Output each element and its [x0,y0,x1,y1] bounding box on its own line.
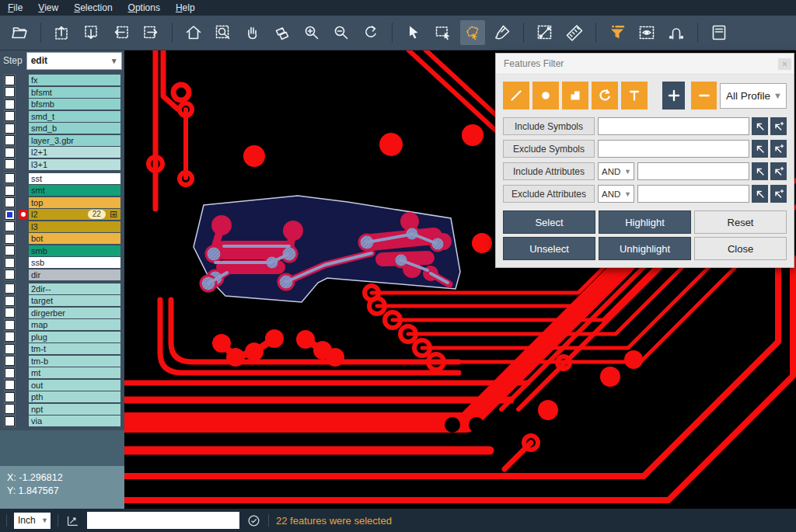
layer-row-out[interactable]: out [2,380,124,391]
layer-name-bar[interactable]: smt [29,185,120,196]
layer-name-bar[interactable]: out [29,380,120,391]
layer-name-bar[interactable]: smd_t [29,111,120,122]
layer-row-sst[interactable]: sst [2,173,124,184]
unhighlight-button[interactable]: Unhighlight [599,237,691,260]
layer-visibility-checkbox[interactable] [5,221,15,231]
layer-name-bar[interactable]: bot [29,233,120,244]
pick-arrow-add-icon[interactable] [770,117,787,135]
layer-name-bar[interactable]: pth [29,391,120,402]
layer-name-bar[interactable]: npt [29,404,120,415]
menu-item-help[interactable]: Help [176,0,195,16]
layer-name-bar[interactable]: tm-t [29,343,120,354]
layer-row-l3[interactable]: l3 [2,221,124,232]
net-hook-icon[interactable] [664,20,689,45]
layer-visibility-checkbox[interactable] [5,356,15,366]
toggle-arc-icon[interactable] [592,82,618,110]
layer-visibility-checkbox[interactable] [5,416,15,426]
layer-name-bar[interactable]: mt [29,367,120,378]
eye-box-icon[interactable] [634,20,659,45]
menu-item-view[interactable]: View [38,0,58,16]
layer-visibility-checkbox[interactable] [5,368,15,378]
unit-select[interactable]: Inch ▼ [14,513,51,529]
layer-name-bar[interactable]: smd_b [29,123,120,134]
menu-item-selection[interactable]: Selection [74,0,112,16]
layer-row-via[interactable]: via [2,416,124,426]
layer-visibility-checkbox[interactable] [5,123,15,134]
form-list-icon[interactable] [707,20,731,45]
select-cursor-icon[interactable] [401,20,426,45]
layer-row-bfsmb[interactable]: bfsmb [2,99,124,110]
zoom-window-icon[interactable] [211,20,236,45]
layer-visibility-checkbox[interactable] [5,308,15,318]
layer-visibility-checkbox[interactable] [5,197,15,207]
layer-row-l2+1[interactable]: l2+1 [2,147,124,158]
ruler-icon[interactable] [562,20,587,45]
exclude-attributes-input[interactable] [637,185,749,203]
pick-arrow-icon[interactable] [752,185,768,203]
layer-name-bar[interactable]: l3+1 [29,159,120,170]
layer-visibility-checkbox[interactable] [5,210,15,220]
include-attributes-logic-select[interactable]: AND▼ [598,162,634,180]
select-button[interactable]: Select [503,210,595,234]
layer-name-bar[interactable]: tm-b [29,356,120,367]
zoom-out-icon[interactable] [329,20,354,45]
close-button[interactable]: Close [694,237,787,260]
dialog-title-bar[interactable]: Features Filter ✕ [496,54,794,75]
layer-name-bar[interactable]: l3 [29,221,120,232]
layer-row-tm-b[interactable]: tm-b [2,356,124,367]
layer-row-bfsmt[interactable]: bfsmt [2,87,124,98]
layer-visibility-checkbox[interactable] [5,135,15,145]
layer-visibility-checkbox[interactable] [5,159,15,169]
layer-visibility-checkbox[interactable] [5,344,15,354]
pan-up-icon[interactable] [50,20,75,45]
zoom-previous-icon[interactable] [358,20,383,45]
reset-button[interactable]: Reset [694,210,787,234]
pan-down-icon[interactable] [79,20,104,45]
add-mode-button[interactable] [662,82,685,110]
layer-visibility-checkbox[interactable] [5,392,15,402]
open-folder-icon[interactable] [7,20,32,45]
pan-left-icon[interactable] [109,20,134,45]
layer-row-pth[interactable]: pth [2,391,124,402]
layer-name-bar[interactable]: plug [29,332,120,342]
layer-row-2dir--[interactable]: 2dir-- [2,283,124,294]
pick-arrow-add-icon[interactable] [770,140,787,158]
menu-item-file[interactable]: File [8,0,23,16]
pick-arrow-icon[interactable] [752,140,768,158]
status-check-icon[interactable] [246,513,261,528]
layer-row-npt[interactable]: npt [2,404,124,415]
layer-row-l3+1[interactable]: l3+1 [2,159,124,170]
grid-icon[interactable]: ⊞ [110,210,117,219]
layer-row-map[interactable]: map [2,319,124,330]
toggle-surface-icon[interactable] [562,82,588,110]
layer-row-l2[interactable]: l222⊞ [2,209,124,220]
layer-visibility-checkbox[interactable] [5,258,15,268]
layer-row-smd_b[interactable]: smd_b [2,123,124,134]
layer-row-plug[interactable]: plug [2,332,124,342]
layer-row-smd_t[interactable]: smd_t [2,111,124,122]
layer-visibility-checkbox[interactable] [5,148,15,158]
zoom-in-icon[interactable] [299,20,324,45]
home-icon[interactable] [181,20,206,45]
layer-name-bar[interactable]: bfsmt [29,87,120,98]
include-symbols-input[interactable] [598,117,749,135]
layer-visibility-checkbox[interactable] [5,404,15,414]
pick-arrow-add-icon[interactable] [770,162,787,180]
layer-name-bar[interactable]: target [29,295,120,306]
layer-row-smb[interactable]: smb [2,245,124,256]
layer-visibility-checkbox[interactable] [5,245,15,256]
layer-visibility-checkbox[interactable] [5,320,15,330]
layer-name-bar[interactable]: map [29,319,120,330]
unselect-button[interactable]: Unselect [503,237,595,260]
highlight-button[interactable]: Highlight [599,210,691,234]
layer-name-bar[interactable]: ssb [29,257,120,268]
toggle-text-icon[interactable] [621,82,648,110]
remove-mode-button[interactable] [691,82,717,110]
layer-name-bar[interactable]: l222⊞ [29,209,120,220]
layer-name-bar[interactable]: dir [29,269,120,280]
layer-row-bot[interactable]: bot [2,233,124,244]
layer-visibility-checkbox[interactable] [5,75,15,85]
layer-name-bar[interactable]: via [29,416,120,426]
layer-visibility-checkbox[interactable] [5,269,15,280]
snap-angle-icon[interactable] [65,513,80,528]
